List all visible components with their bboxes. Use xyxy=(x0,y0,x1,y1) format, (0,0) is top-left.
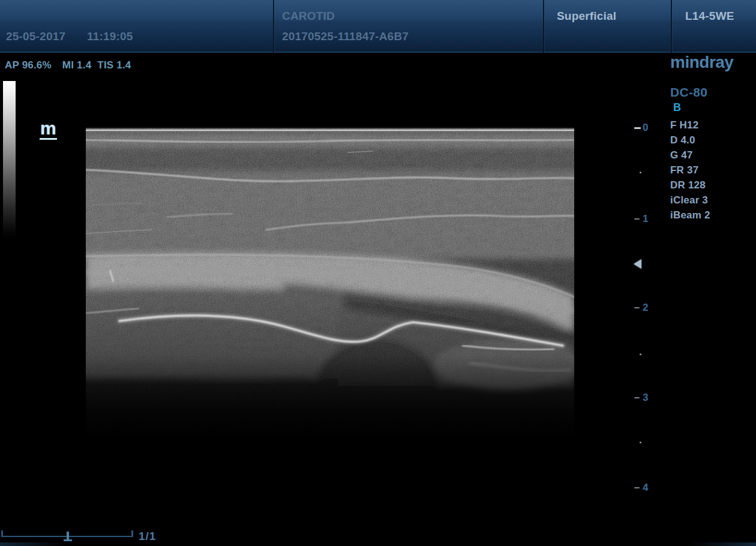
probe-orientation-marker: m xyxy=(40,119,57,140)
ultrasound-image[interactable] xyxy=(86,128,574,486)
ruler-half-dot xyxy=(640,353,641,355)
mi-value: MI 1.4 xyxy=(62,59,91,71)
param-iclear-3: iClear 3 xyxy=(670,193,710,208)
ruler-tick-dash xyxy=(634,397,640,398)
grayscale-map-bar xyxy=(3,81,16,238)
preset-button[interactable]: Superficial xyxy=(557,10,616,23)
param-fr-37: FR 37 xyxy=(670,163,710,178)
header-divider xyxy=(543,0,544,53)
imaging-params: F H12D 4.0G 47FR 37DR 128iClear 3iBeam 2 xyxy=(670,118,710,223)
ruler-half-dot xyxy=(640,172,641,173)
cine-bracket-tick-right xyxy=(131,530,133,537)
cine-bracket-tick-left xyxy=(1,530,3,537)
ultrasound-screen: 25-05-2017 11:19:05 CAROTID 20170525-111… xyxy=(0,0,756,546)
ruler-tick-dash xyxy=(634,307,640,308)
ruler-half-dot xyxy=(640,442,641,443)
mindray-logo: mindray xyxy=(670,53,733,72)
bottom-left-glow xyxy=(0,542,66,546)
param-dr-128: DR 128 xyxy=(670,178,710,193)
header-bar: 25-05-2017 11:19:05 CAROTID 20170525-111… xyxy=(0,0,756,53)
ultrasound-render xyxy=(86,128,574,486)
cine-position-marker[interactable] xyxy=(67,532,69,539)
ruler-tick-label: 4 xyxy=(643,482,648,493)
ruler-tick-label: 3 xyxy=(643,392,648,403)
ruler-tick-label: 2 xyxy=(643,302,648,313)
ruler-tick-label: 1 xyxy=(643,214,648,224)
header-divider xyxy=(671,0,672,53)
acoustic-power-value: AP 96.6% xyxy=(5,59,52,71)
ruler-tick-dash xyxy=(634,218,640,220)
exam-id-label: 20170525-111847-A6B7 xyxy=(282,30,409,43)
exam-date: 25-05-2017 xyxy=(6,30,65,43)
header-divider xyxy=(273,0,274,53)
ruler-tick-dash xyxy=(634,487,640,488)
ruler-tick-label: 0 xyxy=(643,122,648,133)
cine-position-marker-base xyxy=(64,539,72,541)
param-ibeam-2: iBeam 2 xyxy=(670,208,710,223)
exam-time: 11:19:05 xyxy=(87,30,133,43)
param-g-47: G 47 xyxy=(670,148,710,163)
system-model-label: DC-80 xyxy=(670,85,707,100)
exam-type-label[interactable]: CAROTID xyxy=(282,10,335,23)
acoustic-output-status: AP 96.6%MI 1.4TIS 1.4 xyxy=(5,59,137,71)
probe-button[interactable]: L14-5WE xyxy=(685,10,734,23)
imaging-mode-label[interactable]: B xyxy=(673,101,681,114)
bottom-right-glow xyxy=(690,542,756,546)
focus-position-marker[interactable] xyxy=(634,259,641,269)
param-f-h12: F H12 xyxy=(670,118,710,133)
param-d-4-0: D 4.0 xyxy=(670,133,710,148)
tis-value: TIS 1.4 xyxy=(97,59,131,71)
ruler-tick-dash xyxy=(634,127,641,129)
page-count-label: 1/1 xyxy=(139,530,156,543)
